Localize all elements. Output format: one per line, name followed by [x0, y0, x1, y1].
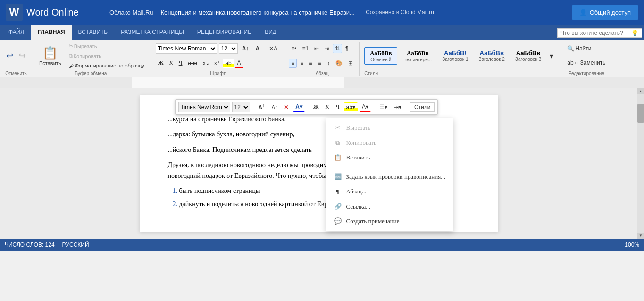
saved-status: Сохранено в Cloud Mail.ru: [366, 9, 434, 16]
font-group: Times New Roman 12 A↑ A↓ ✕A Ж К Ч abc x₂…: [152, 42, 284, 76]
mini-font-color2[interactable]: A▾: [360, 102, 371, 112]
tab-view[interactable]: ВИД: [258, 25, 283, 40]
mini-size-select[interactable]: 12: [232, 102, 250, 112]
tab-file[interactable]: ФАЙЛ: [2, 25, 31, 40]
doc-scroll-area[interactable]: Times New Roman 12 A↑ A↓ ✕ A▾ Ж К Ч ab▾ …: [0, 88, 644, 239]
ribbon-search-icon: 💡: [631, 30, 638, 36]
undo-button[interactable]: ↩: [4, 49, 16, 62]
align-left-button[interactable]: ≡: [289, 59, 297, 68]
justify-button[interactable]: ≡: [316, 59, 324, 68]
format-painter-button[interactable]: 🖌 Форматирование по образцу: [67, 61, 147, 70]
mini-decrease-font[interactable]: A↓: [269, 101, 280, 112]
copy-button[interactable]: ⧉ Копировать: [67, 51, 147, 60]
paragraph-ctx-icon: ¶: [334, 187, 342, 196]
show-marks-button[interactable]: ¶: [343, 44, 351, 53]
font-color-button[interactable]: A: [235, 58, 243, 68]
ribbon-search-input[interactable]: [560, 30, 631, 36]
mini-styles-button[interactable]: Стили: [410, 102, 435, 112]
scrollbar-thumb[interactable]: [637, 104, 644, 123]
style-heading1[interactable]: АаБбВ! Заголовок 1: [438, 47, 472, 64]
ribbon-toolbar: ↩ ↪ Отменить 📋 Вставить ✂ Вырезать ⧉ Коп…: [0, 40, 644, 77]
ctx-comment[interactable]: 💬 Создать примечание: [326, 214, 453, 229]
mini-divider-3: [374, 102, 374, 112]
style-no-spacing[interactable]: АаБбВв Без интере...: [399, 47, 436, 65]
font-size-select[interactable]: 12: [219, 43, 238, 54]
tab-home[interactable]: ГЛАВНАЯ: [31, 25, 71, 40]
vertical-scrollbar[interactable]: ▲ ▼: [637, 88, 644, 239]
sort-button[interactable]: ⇅: [333, 44, 342, 53]
italic-button[interactable]: К: [167, 58, 176, 68]
paste-icon: 📋: [42, 46, 58, 60]
ctx-copy[interactable]: ⧉ Копировать: [326, 135, 453, 150]
numbered-list-button[interactable]: ≡1: [300, 44, 311, 53]
ctx-cut[interactable]: ✂ Вырезать: [326, 120, 453, 135]
highlight-button[interactable]: ab: [223, 59, 234, 68]
mini-font-select[interactable]: Times New Roman: [178, 102, 230, 112]
subscript-button[interactable]: x₂: [201, 59, 211, 68]
style-normal[interactable]: АаБбВв Обычный: [364, 47, 397, 65]
mini-font-color[interactable]: A▾: [293, 102, 305, 112]
document-title: Концепция и механика новогоднего конкурс…: [161, 9, 355, 16]
mini-underline[interactable]: Ч: [334, 102, 342, 112]
underline-button[interactable]: Ч: [176, 58, 185, 68]
bullet-list-button[interactable]: ≡•: [289, 44, 299, 53]
mini-bold[interactable]: Ж: [311, 102, 321, 112]
mini-indent[interactable]: ⇥▾: [392, 102, 404, 112]
increase-font-button[interactable]: A↑: [240, 44, 251, 53]
bold-button[interactable]: Ж: [156, 58, 166, 68]
clipboard-row: 📋 Вставить ✂ Вырезать ⧉ Копировать 🖌 Фор…: [35, 42, 147, 70]
tab-page-layout[interactable]: РАЗМЕТКА СТРАНИЦЫ: [114, 25, 191, 40]
status-left: ЧИСЛО СЛОВ: 124 РУССКИЙ: [5, 242, 89, 248]
mini-italic[interactable]: К: [323, 102, 332, 112]
shading-button[interactable]: 🎨: [333, 59, 345, 68]
styles-expand-button[interactable]: ▾: [547, 50, 556, 62]
ctx-spell-check[interactable]: 🔤 Задать язык проверки правописания...: [326, 169, 453, 184]
share-button[interactable]: 👤 Общий доступ: [572, 5, 638, 20]
borders-button[interactable]: ⊞: [346, 59, 355, 68]
ctx-cut-label: Вырезать: [346, 123, 371, 133]
style-heading2[interactable]: АаБбВв Заголовок 2: [475, 47, 509, 64]
paste-label: Вставить: [39, 60, 61, 66]
find-button[interactable]: 🔍 Найти: [565, 44, 594, 53]
ctx-paste[interactable]: 📋 Вставить: [326, 150, 453, 165]
document-page: Times New Roman 12 A↑ A↓ ✕ A▾ Ж К Ч ab▾ …: [140, 95, 498, 232]
ctx-paragraph[interactable]: ¶ Абзац...: [326, 184, 453, 199]
status-bar: ЧИСЛО СЛОВ: 124 РУССКИЙ 100%: [0, 239, 644, 251]
ruler: [0, 77, 644, 88]
decrease-indent-button[interactable]: ⇤: [312, 44, 321, 53]
ctx-copy-label: Копировать: [346, 138, 376, 148]
paste-button[interactable]: 📋 Вставить: [35, 43, 66, 68]
superscript-button[interactable]: x²: [212, 59, 222, 68]
font-row-1: Times New Roman 12 A↑ A↓ ✕A: [156, 42, 280, 55]
ctx-link[interactable]: 🔗 Ссылка...: [326, 199, 453, 214]
replace-button[interactable]: ab↔ Заменить: [565, 58, 608, 67]
clipboard-group: 📋 Вставить ✂ Вырезать ⧉ Копировать 🖌 Фор…: [31, 42, 151, 76]
scroll-up-arrow[interactable]: ▲: [637, 88, 644, 94]
line-spacing-button[interactable]: ↕: [325, 59, 332, 68]
style-heading3[interactable]: АаБбВв Заголовок 3: [511, 47, 545, 64]
scroll-down-arrow[interactable]: ▼: [637, 233, 644, 239]
doc-title-area: Облако Mail.Ru Концепция и механика ново…: [109, 9, 572, 16]
align-right-button[interactable]: ≡: [307, 59, 315, 68]
tab-review[interactable]: РЕЦЕНЗИРОВАНИЕ: [191, 25, 258, 40]
align-center-button[interactable]: ≡: [298, 59, 306, 68]
redo-button[interactable]: ↪: [17, 49, 28, 62]
strikethrough-button[interactable]: abc: [186, 59, 200, 68]
styles-items-row: АаБбВв Обычный АаБбВв Без интере... АаБб…: [364, 42, 556, 70]
font-name-select[interactable]: Times New Roman: [156, 43, 217, 54]
svg-rect-1: [132, 77, 344, 88]
cut-button[interactable]: ✂ Вырезать: [67, 42, 147, 50]
context-menu: ✂ Вырезать ⧉ Копировать 📋 Вставить 🔤 Зад…: [326, 118, 453, 231]
increase-indent-button[interactable]: ⇥: [322, 44, 332, 53]
tab-insert[interactable]: ВСТАВИТЬ: [72, 25, 115, 40]
mini-increase-font[interactable]: A↑: [256, 101, 268, 112]
clear-format-button[interactable]: ✕A: [267, 44, 280, 53]
mini-clear-format[interactable]: ✕: [282, 102, 291, 112]
link-icon: 🔗: [334, 202, 342, 211]
clipboard-label: Буфер обмена: [35, 70, 147, 76]
ribbon-search-box[interactable]: 💡: [557, 28, 642, 38]
mini-list[interactable]: ☰▾: [377, 102, 390, 112]
style-heading1-preview: АаБбВ!: [444, 50, 467, 57]
decrease-font-button[interactable]: A↓: [253, 44, 265, 53]
mini-highlight[interactable]: ab▾: [344, 102, 358, 112]
